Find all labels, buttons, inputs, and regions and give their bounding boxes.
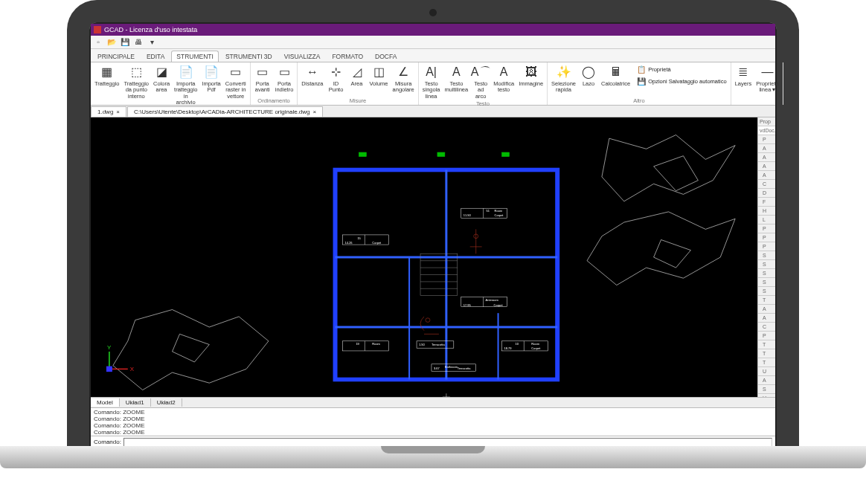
testo-arco-button[interactable]: A⌒Testo ad arco xyxy=(470,64,491,100)
props-item[interactable]: T xyxy=(758,296,775,305)
props-item[interactable]: A xyxy=(758,171,775,180)
doc-tab[interactable]: C:\Users\Utente\Desktop\ArCADia-ARCHITEC… xyxy=(127,106,323,117)
tratteggio-button[interactable]: ▦Tratteggio xyxy=(92,64,122,87)
proprieta-linea-button[interactable]: —Proprietà linea ▾ xyxy=(754,64,780,94)
close-tab-icon[interactable]: × xyxy=(116,109,120,115)
selezione-rapida-button[interactable]: ✨Selezione rapida xyxy=(549,64,578,94)
svg-text:18.79: 18.79 xyxy=(504,346,512,350)
props-item[interactable]: S xyxy=(758,287,775,296)
porta-avanti-icon: ▭ xyxy=(254,64,271,80)
misura-angolare-label: Misura angolare xyxy=(393,81,414,94)
colora-area-button[interactable]: ◪Colora area xyxy=(151,64,172,94)
id-punto-button[interactable]: ⊹ID Punto xyxy=(326,64,347,94)
doc-tab[interactable]: 1.dwg× xyxy=(91,106,126,117)
ribbon-tab-strumenti[interactable]: STRUMENTI xyxy=(171,51,219,62)
opzioni-salvataggio-button[interactable]: 💾Opzioni Salvataggio automatico xyxy=(635,76,728,86)
converti-raster-button[interactable]: ▭Converti raster in vettore xyxy=(223,64,248,100)
testo-singola-button[interactable]: A|Testo singola linea xyxy=(420,64,443,100)
props-item[interactable]: P xyxy=(758,242,775,251)
lazo-label: Lazo xyxy=(583,81,594,87)
importa-archivio-button[interactable]: 📄Importa tratteggio in archivio xyxy=(172,64,199,106)
ribbon-tab-strumenti 3d[interactable]: STRUMENTI 3D xyxy=(220,51,278,62)
calcolatrice-button[interactable]: 🖩Calcolatrice xyxy=(599,64,632,87)
props-item[interactable]: P xyxy=(758,135,775,144)
lazo-button[interactable]: ◯Lazo xyxy=(578,64,599,87)
porta-indietro-button[interactable]: ▭Porta indietro xyxy=(273,64,296,94)
importa-archivio-label: Importa tratteggio in archivio xyxy=(174,81,197,106)
props-item[interactable]: T xyxy=(758,340,775,349)
layout-tab-układ2[interactable]: Układ2 xyxy=(151,398,182,407)
svg-text:Carpet: Carpet xyxy=(372,241,382,245)
save-icon[interactable]: 💾 xyxy=(121,38,129,47)
proprieta-linea-label: Proprietà linea ▾ xyxy=(756,81,778,94)
props-item[interactable]: S xyxy=(758,385,775,394)
ribbon-tab-docfa[interactable]: DOCFA xyxy=(370,51,402,62)
layout-tab-układ1[interactable]: Układ1 xyxy=(120,398,151,407)
svg-text:Carpet: Carpet xyxy=(531,346,541,350)
open-icon[interactable]: 📂 xyxy=(107,38,116,47)
props-item[interactable]: A xyxy=(758,144,775,153)
props-item[interactable]: A xyxy=(758,305,775,314)
command-log-line: Comando: ZOOME xyxy=(94,409,772,416)
props-item[interactable]: A xyxy=(758,376,775,385)
tratteggio-punto-button[interactable]: ⬚Tratteggio da punto interno xyxy=(122,64,152,100)
command-prompt: Comando: xyxy=(94,439,121,445)
props-item[interactable]: A xyxy=(758,153,775,162)
modifica-testo-button[interactable]: AModifica testo xyxy=(491,64,516,94)
volume-label: Volume xyxy=(370,81,388,87)
props-item[interactable]: F xyxy=(758,198,775,207)
ribbon-tab-principale[interactable]: PRINCIPALE xyxy=(92,51,140,62)
layers-button[interactable]: ≣Layers xyxy=(733,64,754,87)
area-button[interactable]: ◿Area xyxy=(347,64,368,87)
props-item[interactable]: U xyxy=(758,394,775,397)
immagine-button[interactable]: 🖼Immagine xyxy=(516,64,545,87)
misura-angolare-button[interactable]: ∠Misura angolare xyxy=(391,64,417,94)
converti-raster-icon: ▭ xyxy=(228,64,244,80)
props-item[interactable]: D xyxy=(758,189,775,198)
importa-pdf-button[interactable]: 📄Importa Pdf xyxy=(199,64,222,94)
props-item[interactable]: U xyxy=(758,367,775,376)
svg-text:1.50: 1.50 xyxy=(419,343,425,346)
ribbon-tab-formato[interactable]: FORMATO xyxy=(327,51,368,62)
proprieta-side-button[interactable]: 📋Proprietà xyxy=(635,64,728,74)
props-item[interactable]: S xyxy=(758,269,775,278)
props-item[interactable]: T xyxy=(758,358,775,367)
porta-avanti-button[interactable]: ▭Porta avanti xyxy=(252,64,273,94)
props-item[interactable]: P xyxy=(758,233,775,242)
props-item[interactable]: S xyxy=(758,260,775,269)
command-log-line: Comando: ZOOME xyxy=(94,416,772,422)
distanza-button[interactable]: ↔Distanza xyxy=(299,64,325,87)
drawing-canvas[interactable]: 51Room 11.50Carpet 15 14.26Carpet Antero… xyxy=(91,117,757,397)
props-item[interactable]: C xyxy=(758,323,775,332)
svg-text:Terracotta: Terracotta xyxy=(432,343,446,346)
new-icon[interactable]: ▫ xyxy=(94,38,103,47)
porta-indietro-icon: ▭ xyxy=(276,64,292,80)
properties-panel[interactable]: Prop vdDoc... PAAAACDFHLPPPSSSSSTAACPTTT… xyxy=(757,117,775,397)
selezione-rapida-icon: ✨ xyxy=(556,64,572,80)
svg-text:Bathroom: Bathroom xyxy=(445,366,458,369)
ribbon-tab-edita[interactable]: EDITA xyxy=(141,51,170,62)
print-icon[interactable]: 🖶 xyxy=(134,38,143,47)
testo-multilinea-button[interactable]: ATesto multilinea xyxy=(443,64,471,94)
props-item[interactable]: C xyxy=(758,180,775,189)
proprieta-side-icon: 📋 xyxy=(637,65,646,74)
props-item[interactable]: A xyxy=(758,162,775,171)
props-item[interactable]: P xyxy=(758,332,775,340)
svg-text:X: X xyxy=(130,366,134,372)
volume-button[interactable]: ◫Volume xyxy=(368,64,391,87)
testo-singola-label: Testo singola linea xyxy=(423,81,440,100)
props-item[interactable]: S xyxy=(758,278,775,287)
close-tab-icon[interactable]: × xyxy=(313,109,317,115)
undo-icon[interactable]: ▾ xyxy=(147,38,156,47)
props-item[interactable]: H xyxy=(758,207,775,216)
props-item[interactable]: S xyxy=(758,251,775,260)
ribbon-tab-visualizza[interactable]: VISUALIZZA xyxy=(279,51,326,62)
props-item[interactable]: P xyxy=(758,224,775,233)
props-item[interactable]: T xyxy=(758,349,775,358)
props-item[interactable]: L xyxy=(758,216,775,224)
command-input[interactable] xyxy=(124,438,772,447)
testo-multilinea-icon: A xyxy=(448,64,464,80)
distanza-label: Distanza xyxy=(301,81,323,87)
layout-tab-model[interactable]: Model xyxy=(91,398,120,407)
props-item[interactable]: A xyxy=(758,314,775,323)
